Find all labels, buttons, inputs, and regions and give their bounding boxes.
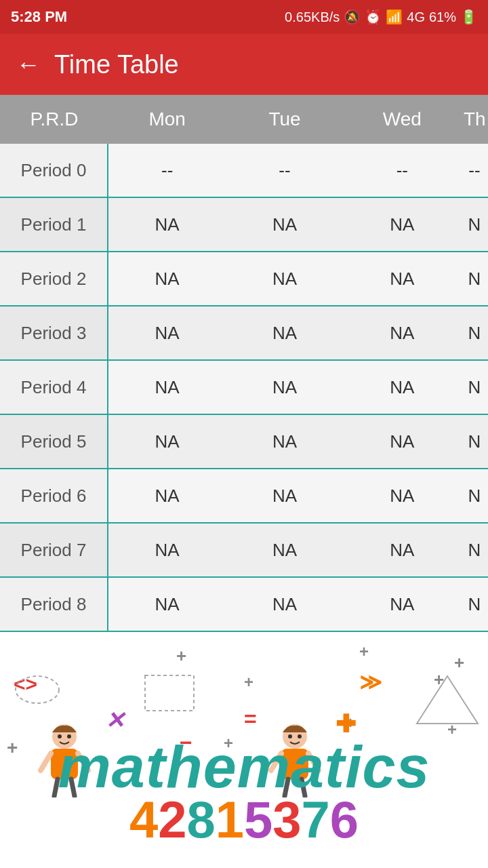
period-label: Period 1 (0, 198, 108, 251)
signal-icon: 📶 (386, 9, 403, 25)
cell-tue: NA (226, 415, 343, 468)
cell-wed: NA (344, 361, 461, 414)
header-mon: Mon (108, 95, 226, 144)
back-button[interactable]: ← (16, 50, 41, 79)
battery-percent: 61% (429, 9, 456, 25)
table-header: P.R.D Mon Tue Wed Th (0, 95, 488, 144)
triangle-shape (413, 673, 481, 727)
cell-tue: NA (226, 252, 343, 305)
cell-mon: NA (108, 307, 226, 359)
mute-icon: 🔕 (344, 9, 361, 25)
cell-wed: NA (344, 524, 461, 576)
period-label: Period 2 (0, 252, 108, 305)
cell-tue: NA (226, 361, 343, 414)
cell-wed: NA (344, 469, 461, 522)
cell-thu: -- (461, 144, 488, 197)
header-thu: Th (461, 95, 488, 144)
cell-tue: NA (226, 524, 343, 576)
network-type: 4G (407, 9, 425, 25)
period-label: Period 4 (0, 361, 108, 414)
period-label: Period 6 (0, 469, 108, 522)
plus-symbol: + (244, 673, 253, 692)
cell-thu: N (461, 524, 488, 576)
timetable-body: Period 0 -- -- -- -- Period 1 NA NA NA N… (0, 144, 488, 632)
period-label: Period 7 (0, 524, 108, 576)
period-label: Period 5 (0, 415, 108, 468)
period-label: Period 0 (0, 144, 108, 197)
status-bar: 5:28 PM 0.65KB/s 🔕 ⏰ 📶 4G 61% 🔋 (0, 0, 488, 34)
digit-3: 3 (272, 790, 301, 849)
svg-marker-2 (417, 676, 478, 724)
math-banner: + + + + + + + + + <> ✕ = ≫ − ✚ (0, 632, 488, 849)
plus-symbol: + (454, 652, 464, 673)
chevron-symbol: ≫ (359, 669, 382, 695)
cell-mon: NA (108, 415, 226, 468)
cell-thu: N (461, 469, 488, 522)
digit-4: 4 (129, 790, 158, 849)
digit-2: 2 (158, 790, 186, 849)
cell-wed: -- (344, 144, 461, 197)
cell-thu: N (461, 361, 488, 414)
period-label: Period 8 (0, 578, 108, 631)
page-title: Time Table (54, 50, 179, 79)
cell-thu: N (461, 198, 488, 251)
cell-thu: N (461, 578, 488, 631)
table-row: Period 8 NA NA NA N (0, 578, 488, 632)
status-right: 0.65KB/s 🔕 ⏰ 📶 4G 61% 🔋 (285, 9, 477, 25)
cell-mon: NA (108, 469, 226, 522)
cell-tue: NA (226, 469, 343, 522)
cell-wed: NA (344, 578, 461, 631)
table-row: Period 5 NA NA NA N (0, 415, 488, 469)
cell-tue: NA (226, 198, 343, 251)
cell-thu: N (461, 252, 488, 305)
cell-mon: NA (108, 252, 226, 305)
equals-symbol: = (244, 707, 257, 732)
table-row: Period 2 NA NA NA N (0, 252, 488, 307)
cell-thu: N (461, 415, 488, 468)
digit-6: 6 (330, 790, 359, 849)
digit-8: 8 (186, 790, 215, 849)
cell-thu: N (461, 307, 488, 359)
svg-rect-1 (145, 675, 194, 711)
digit-1: 1 (216, 790, 244, 849)
header-prd: P.R.D (0, 95, 108, 144)
table-row: Period 1 NA NA NA N (0, 198, 488, 252)
table-row: Period 4 NA NA NA N (0, 361, 488, 415)
table-row: Period 0 -- -- -- -- (0, 144, 488, 198)
table-row: Period 7 NA NA NA N (0, 524, 488, 578)
cell-mon: NA (108, 361, 226, 414)
dashed-oval (14, 673, 61, 707)
digit-5: 5 (244, 790, 272, 849)
cell-tue: -- (226, 144, 343, 197)
cell-wed: NA (344, 307, 461, 359)
svg-point-0 (16, 676, 59, 703)
battery-icon: 🔋 (460, 9, 477, 25)
cell-mon: NA (108, 578, 226, 631)
app-bar: ← Time Table (0, 34, 488, 95)
header-wed: Wed (344, 95, 461, 144)
network-speed: 0.65KB/s (285, 9, 340, 25)
cell-mon: NA (108, 524, 226, 576)
cell-tue: NA (226, 578, 343, 631)
period-label: Period 3 (0, 307, 108, 359)
table-row: Period 3 NA NA NA N (0, 307, 488, 361)
dashed-rect (142, 673, 197, 713)
header-tue: Tue (226, 95, 343, 144)
cell-tue: NA (226, 307, 343, 359)
plus-symbol: + (359, 642, 369, 661)
status-time: 5:28 PM (11, 8, 67, 26)
math-digits: 4 2 8 1 5 3 7 6 (0, 790, 488, 849)
multiply-symbol: ✕ (105, 707, 124, 734)
alarm-icon: ⏰ (365, 9, 382, 25)
plus-symbol: + (176, 646, 186, 667)
cell-wed: NA (344, 415, 461, 468)
cell-mon: -- (108, 144, 226, 197)
cell-mon: NA (108, 198, 226, 251)
table-row: Period 6 NA NA NA N (0, 469, 488, 524)
digit-7: 7 (302, 790, 330, 849)
cell-wed: NA (344, 252, 461, 305)
cell-wed: NA (344, 198, 461, 251)
